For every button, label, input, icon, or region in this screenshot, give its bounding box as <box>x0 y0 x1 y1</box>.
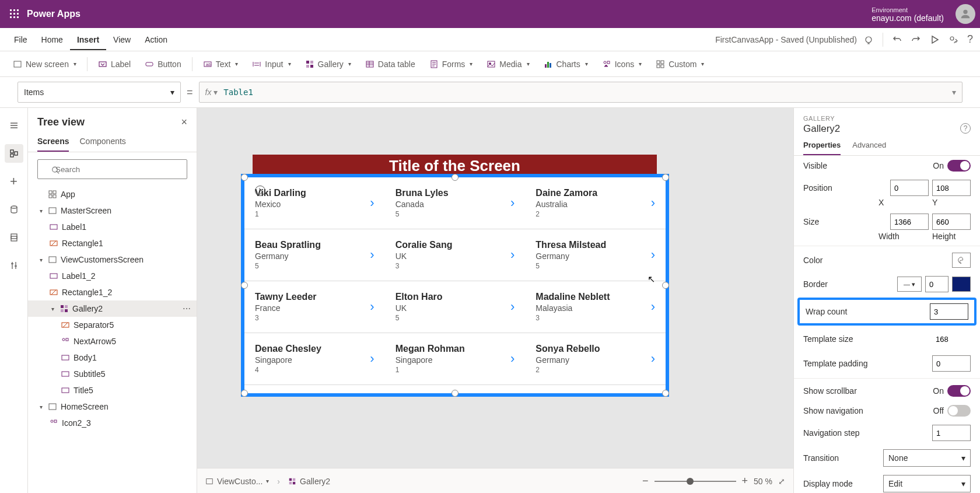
navigation-toggle[interactable] <box>947 405 971 417</box>
play-icon[interactable] <box>930 35 939 44</box>
tab-advanced[interactable]: Advanced <box>852 141 886 155</box>
scrollbar-toggle[interactable] <box>947 385 971 397</box>
position-y-input[interactable] <box>932 180 971 196</box>
gallery-dropdown[interactable]: Gallery▾ <box>299 56 357 72</box>
chevron-right-icon[interactable]: › <box>651 247 655 263</box>
gallery-cell[interactable]: Beau SpratlingGermany5› <box>244 229 385 281</box>
border-color-picker[interactable] <box>952 277 971 292</box>
waffle-icon[interactable] <box>5 4 24 24</box>
gallery-cell[interactable]: Denae ChesleySingapore4› <box>244 333 385 384</box>
input-dropdown[interactable]: Input▾ <box>246 56 296 72</box>
gallery-cell[interactable]: Elton HaroUK5› <box>385 281 526 333</box>
gallery-cell[interactable]: Bruna LylesCanada5› <box>385 177 526 229</box>
gallery-selection[interactable]: Viki DarlingMexico1›Bruna LylesCanada5›D… <box>241 174 669 397</box>
tree-node-app[interactable]: App <box>28 186 197 202</box>
visible-toggle[interactable] <box>947 160 971 172</box>
media-dropdown[interactable]: Media▾ <box>481 56 535 72</box>
gallery-cell[interactable]: Thresa MilsteadGermany5› <box>525 229 666 281</box>
chevron-right-icon[interactable]: › <box>651 299 655 314</box>
templatepadding-input[interactable] <box>932 355 971 372</box>
chevron-right-icon[interactable]: › <box>370 195 374 211</box>
fit-icon[interactable]: ⤢ <box>778 477 785 486</box>
info-icon[interactable]: ? <box>960 123 971 134</box>
zoom-out-icon[interactable]: − <box>642 475 649 487</box>
tree-node-title5[interactable]: Title5 <box>28 382 197 398</box>
gallery-cell[interactable]: Megan RohmanSingapore1› <box>385 333 526 384</box>
tree-node-gallery2[interactable]: ▾Gallery2⋯ <box>28 300 197 317</box>
transition-select[interactable]: None▾ <box>883 449 971 467</box>
tree-node-rectangle1[interactable]: Rectangle1 <box>28 235 197 251</box>
gallery-cell[interactable]: Sonya RebelloGermany2› <box>525 333 666 384</box>
button-button[interactable]: Button <box>139 56 187 72</box>
gallery-cell[interactable]: Daine ZamoraAustralia2› <box>525 177 666 229</box>
expand-formula-icon[interactable]: ▾ <box>952 88 956 97</box>
width-input[interactable] <box>890 214 929 230</box>
ellipsis-icon[interactable]: ⋯ <box>183 304 191 313</box>
menu-file[interactable]: File <box>7 29 34 50</box>
data-icon[interactable] <box>5 200 23 219</box>
menu-insert[interactable]: Insert <box>70 29 106 50</box>
tree-node-separator5[interactable]: Separator5 <box>28 317 197 333</box>
advanced-tools-icon[interactable] <box>5 256 23 275</box>
zoom-slider[interactable] <box>654 481 736 482</box>
app-checker-icon[interactable] <box>864 35 873 44</box>
tree-node-nextarrow5[interactable]: NextArrow5 <box>28 333 197 349</box>
height-input[interactable] <box>932 214 971 230</box>
displaymode-select[interactable]: Edit▾ <box>883 475 971 492</box>
navstep-input[interactable] <box>932 425 971 441</box>
chevron-right-icon[interactable]: › <box>510 351 514 366</box>
breadcrumb-screen[interactable]: ViewCusto... ▾ <box>205 477 269 486</box>
chevron-right-icon[interactable]: › <box>510 299 514 314</box>
tree-node-icon23[interactable]: Icon2_3 <box>28 415 197 431</box>
formula-input[interactable]: fx ▾ Table1 ▾ <box>199 82 963 103</box>
tab-components[interactable]: Components <box>79 137 125 152</box>
tree-node-viewcustomers[interactable]: ▾ViewCustomersScreen <box>28 251 197 268</box>
chevron-right-icon[interactable]: › <box>651 351 655 366</box>
breadcrumb-selected[interactable]: Gallery2 <box>288 477 330 486</box>
charts-dropdown[interactable]: Charts▾ <box>538 56 594 72</box>
gallery-cell[interactable]: Tawny LeederFrance3› <box>244 281 385 333</box>
chevron-right-icon[interactable]: › <box>510 195 514 211</box>
environment-picker[interactable]: Environment enayu.com (default) <box>866 6 944 22</box>
tree-node-rectangle12[interactable]: Rectangle1_2 <box>28 284 197 300</box>
zoom-in-icon[interactable]: + <box>742 475 748 487</box>
help-icon[interactable]: ? <box>967 33 973 46</box>
tab-properties[interactable]: Properties <box>803 141 841 155</box>
new-screen-button[interactable]: New screen▾ <box>7 56 82 72</box>
menu-home[interactable]: Home <box>34 29 70 50</box>
menu-view[interactable]: View <box>106 29 138 50</box>
templatesize-input[interactable] <box>932 331 971 347</box>
custom-dropdown[interactable]: Custom▾ <box>650 56 710 72</box>
chevron-right-icon[interactable]: › <box>510 247 514 263</box>
gallery-cell[interactable]: Madaline NeblettMalayasia3› <box>525 281 666 333</box>
gallery-cell[interactable]: Coralie SangUK3› <box>385 229 526 281</box>
hamburger-icon[interactable] <box>5 116 23 135</box>
tree-node-homescreen[interactable]: ▾HomeScreen <box>28 398 197 415</box>
chevron-right-icon[interactable]: › <box>651 195 655 211</box>
tree-node-masterscreen[interactable]: ▾MasterScreen <box>28 202 197 219</box>
tab-screens[interactable]: Screens <box>37 137 69 152</box>
media-pane-icon[interactable] <box>5 228 23 247</box>
wrapcount-input[interactable] <box>930 303 968 320</box>
canvas-area[interactable]: Title of the Screen Viki DarlingMexico1›… <box>197 108 793 493</box>
menu-action[interactable]: Action <box>138 29 174 50</box>
close-icon[interactable]: × <box>181 116 187 128</box>
undo-icon[interactable] <box>892 35 902 44</box>
tree-node-label1[interactable]: Label1 <box>28 219 197 235</box>
forms-dropdown[interactable]: Forms▾ <box>424 56 479 72</box>
label-button[interactable]: Label <box>92 56 136 72</box>
property-selector[interactable]: Items ▾ <box>18 82 181 103</box>
chevron-right-icon[interactable]: › <box>370 351 374 366</box>
datatable-button[interactable]: Data table <box>359 56 421 72</box>
tree-node-body1[interactable]: Body1 <box>28 349 197 366</box>
icons-dropdown[interactable]: Icons▾ <box>596 56 648 72</box>
chevron-right-icon[interactable]: › <box>370 299 374 314</box>
tree-node-label12[interactable]: Label1_2 <box>28 268 197 284</box>
color-picker[interactable] <box>952 253 971 268</box>
tree-view-icon[interactable] <box>5 144 23 163</box>
text-dropdown[interactable]: ab Text▾ <box>197 56 244 72</box>
tree-node-subtitle5[interactable]: Subtitle5 <box>28 366 197 382</box>
border-width-input[interactable] <box>925 276 949 292</box>
avatar[interactable] <box>956 4 975 24</box>
share-icon[interactable] <box>949 35 958 44</box>
